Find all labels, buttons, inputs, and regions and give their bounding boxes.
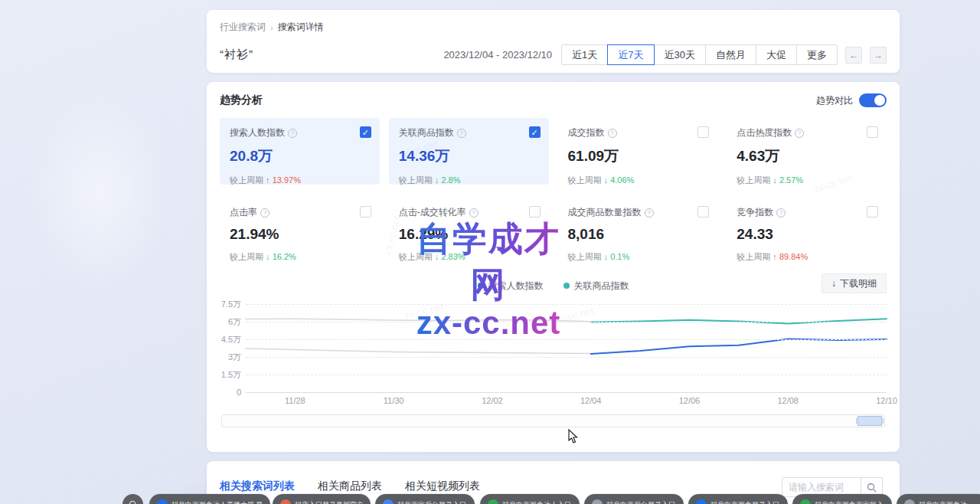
metric-card-search-index[interactable]: 搜索人数指数? ✓ 20.8万 较上周期 ↑ 13.97%	[220, 118, 380, 185]
metric-card-deal-index[interactable]: 成交指数? 61.09万 较上周期 ↓ 4.06%	[558, 118, 718, 185]
background-blob	[31, 92, 168, 291]
down-arrow-icon: ↓	[773, 175, 777, 185]
favicon	[904, 499, 915, 504]
metric-card-cvr[interactable]: 点击-成交转化率? 16.29% 较上周期 ↓ 2.83%	[389, 198, 549, 264]
change-label: 较上周期	[399, 252, 433, 261]
x-tick-label: 11/28	[285, 396, 305, 405]
y-tick-label: 0	[237, 388, 241, 397]
tab-related-products[interactable]: 相关商品列表	[318, 479, 382, 493]
brush-selection[interactable]	[858, 416, 882, 426]
favicon	[488, 499, 498, 504]
brush-handle-left[interactable]	[856, 418, 858, 424]
taskbar-item[interactable]: 抖音电商罗盘达人入口	[480, 494, 580, 504]
change-pct: 2.57%	[779, 175, 803, 185]
help-icon[interactable]: ?	[469, 208, 479, 218]
metric-label: 点击-成交转化率	[399, 206, 466, 219]
page: 行业搜索词 › 搜索词详情 “衬衫” 2023/12/04 - 2023/12/…	[0, 0, 980, 504]
legend-label: 关联商品指数	[574, 280, 629, 293]
taskbar-item[interactable]: 抖音电商罗盘达人直播大屏 显示	[149, 494, 270, 504]
taskbar-item[interactable]: 抖音电商罗盘登录入口	[688, 494, 788, 504]
taskbar-item-label: 抖音电商后台登录入口在	[606, 500, 676, 504]
brush-handle-right[interactable]	[881, 418, 884, 424]
taskbar-item[interactable]: 抖音电商罗盘达	[897, 494, 980, 504]
next-period-button[interactable]: →	[870, 47, 887, 64]
legend-search-index[interactable]: 搜索人数指数	[478, 280, 544, 293]
range-button-promo[interactable]: 大促	[756, 44, 797, 65]
y-tick-label: 6万	[228, 316, 241, 327]
favicon	[280, 499, 291, 504]
taskbar-item-label: 抖音电商罗盘达人直播大屏 显示	[172, 500, 263, 504]
favicon	[383, 499, 394, 504]
change-label: 较上周期	[230, 252, 263, 261]
range-button-more[interactable]: 更多	[796, 44, 838, 65]
favicon	[592, 499, 603, 504]
metric-card-product-index[interactable]: 关联商品指数? ✓ 14.36万 较上周期 ↓ 2.8%	[389, 118, 549, 185]
search-term-title: “衬衫”	[220, 47, 253, 62]
change-label: 较上周期	[737, 175, 770, 185]
download-detail-button[interactable]: ↓ 下载明细	[822, 273, 887, 293]
taskbar-search-icon[interactable]	[122, 494, 143, 504]
gridline	[246, 304, 887, 305]
change-label: 较上周期	[568, 175, 602, 185]
change-label: 较上周期	[399, 175, 433, 185]
help-icon[interactable]: ?	[608, 129, 617, 138]
favicon	[157, 499, 168, 504]
tab-related-search-terms[interactable]: 相关搜索词列表	[220, 479, 295, 493]
trend-chart: 7.5万6万4.5万3万1.5万0	[220, 303, 887, 393]
metric-checkbox[interactable]	[697, 126, 709, 138]
metric-checkbox[interactable]	[360, 206, 371, 218]
chart-plot-area[interactable]	[246, 303, 887, 393]
metric-checkbox[interactable]	[867, 126, 878, 138]
taskbar: 抖音电商罗盘达人直播大屏 显示 抖店入口登录最新官方版 抖音商家后台登录入口在哪…	[0, 494, 980, 504]
metric-checkbox[interactable]: ✓	[529, 126, 541, 138]
range-button-30d[interactable]: 近30天	[654, 44, 706, 65]
metric-checkbox[interactable]	[697, 206, 709, 218]
help-icon[interactable]: ?	[288, 129, 297, 138]
metric-card-competition[interactable]: 竞争指数? 24.33 较上周期 ↑ 89.84%	[727, 198, 887, 264]
trend-card: 趋势分析 趋势对比 搜索人数指数? ✓ 20.8万 较上周期 ↑ 13.97% …	[207, 82, 900, 452]
taskbar-item[interactable]: 抖音电商罗盘商家版入	[792, 494, 892, 504]
up-arrow-icon: ↑	[266, 175, 270, 185]
taskbar-item[interactable]: 抖店入口登录最新官方版	[273, 494, 371, 504]
taskbar-item[interactable]: 抖音电商后台登录入口在	[584, 494, 684, 504]
metric-checkbox[interactable]	[867, 206, 878, 218]
metric-checkbox[interactable]: ✓	[360, 126, 371, 138]
y-tick-label: 7.5万	[221, 298, 241, 309]
metric-card-deal-product-count[interactable]: 成交商品数量指数? 8,016 较上周期 ↓ 0.1%	[558, 198, 718, 264]
down-arrow-icon: ↓	[435, 175, 439, 185]
change-label: 较上周期	[568, 252, 602, 261]
range-button-7d[interactable]: 近7天	[607, 44, 654, 65]
legend-product-index[interactable]: 关联商品指数	[564, 280, 629, 293]
up-arrow-icon: ↑	[773, 252, 777, 261]
change-pct: 13.97%	[273, 175, 301, 185]
metric-card-ctr[interactable]: 点击率? 21.94% 较上周期 ↓ 16.2%	[220, 198, 380, 264]
x-tick-label: 12/04	[580, 396, 602, 405]
help-icon[interactable]: ?	[457, 129, 466, 138]
download-label: 下载明细	[840, 277, 877, 290]
toggle-knob	[874, 95, 885, 106]
help-icon[interactable]: ?	[645, 208, 654, 218]
help-icon[interactable]: ?	[776, 208, 786, 218]
change-label: 较上周期	[737, 252, 770, 261]
metric-checkbox[interactable]	[529, 206, 541, 218]
down-arrow-icon: ↓	[435, 252, 439, 261]
section-title: 趋势分析	[220, 93, 263, 107]
prev-period-button[interactable]: ←	[845, 47, 862, 64]
range-button-month[interactable]: 自然月	[705, 44, 756, 65]
change-pct: 16.2%	[273, 252, 296, 261]
taskbar-item[interactable]: 抖音商家后台登录入口在哪	[375, 494, 475, 504]
breadcrumb-parent[interactable]: 行业搜索词	[220, 21, 266, 34]
y-tick-label: 1.5万	[221, 368, 241, 380]
range-button-1d[interactable]: 近1天	[561, 44, 608, 65]
change-pct: 2.83%	[441, 252, 465, 261]
gridline	[246, 322, 887, 322]
help-icon[interactable]: ?	[795, 129, 804, 138]
metric-label: 搜索人数指数	[230, 126, 285, 139]
tab-related-videos[interactable]: 相关短视频列表	[405, 479, 480, 493]
help-icon[interactable]: ?	[260, 208, 270, 218]
legend-dot-teal	[564, 283, 570, 289]
metric-card-click-heat[interactable]: 点击热度指数? 4.63万 较上周期 ↓ 2.57%	[727, 118, 887, 185]
compare-toggle[interactable]	[859, 93, 887, 107]
favicon	[696, 499, 707, 504]
chart-zoom-brush[interactable]	[221, 414, 885, 427]
